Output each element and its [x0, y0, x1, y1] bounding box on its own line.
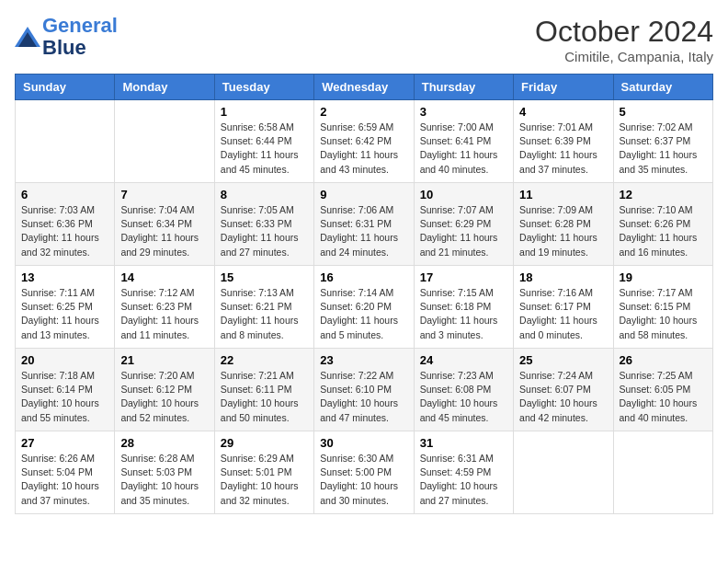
day-info: Sunrise: 7:25 AM Sunset: 6:05 PM Dayligh… — [620, 369, 707, 425]
day-info: Sunrise: 7:20 AM Sunset: 6:12 PM Dayligh… — [120, 369, 208, 425]
calendar-cell — [514, 431, 613, 514]
day-info: Sunrise: 6:28 AM Sunset: 5:03 PM Dayligh… — [120, 452, 208, 508]
calendar-cell: 6Sunrise: 7:03 AM Sunset: 6:36 PM Daylig… — [16, 183, 115, 266]
title-block: October 2024 Cimitile, Campania, Italy — [535, 15, 713, 64]
day-number: 29 — [221, 436, 308, 450]
weekday-header-row: SundayMondayTuesdayWednesdayThursdayFrid… — [16, 75, 713, 100]
day-info: Sunrise: 7:04 AM Sunset: 6:34 PM Dayligh… — [120, 203, 208, 259]
day-info: Sunrise: 6:58 AM Sunset: 6:44 PM Dayligh… — [221, 121, 308, 177]
calendar-cell: 24Sunrise: 7:23 AM Sunset: 6:08 PM Dayli… — [414, 349, 513, 431]
logo-text: GeneralBlue — [42, 15, 118, 59]
calendar-cell: 3Sunrise: 7:00 AM Sunset: 6:41 PM Daylig… — [414, 100, 513, 183]
day-number: 25 — [519, 353, 607, 367]
calendar-cell: 30Sunrise: 6:30 AM Sunset: 5:00 PM Dayli… — [314, 431, 414, 514]
day-number: 9 — [320, 188, 407, 201]
calendar-cell: 11Sunrise: 7:09 AM Sunset: 6:28 PM Dayli… — [514, 183, 613, 266]
day-info: Sunrise: 7:01 AM Sunset: 6:39 PM Dayligh… — [519, 121, 607, 177]
day-info: Sunrise: 7:13 AM Sunset: 6:21 PM Dayligh… — [221, 286, 308, 342]
calendar-cell: 2Sunrise: 6:59 AM Sunset: 6:42 PM Daylig… — [314, 100, 414, 183]
day-number: 11 — [519, 188, 607, 201]
day-info: Sunrise: 7:21 AM Sunset: 6:11 PM Dayligh… — [221, 369, 308, 425]
day-info: Sunrise: 7:02 AM Sunset: 6:37 PM Dayligh… — [620, 121, 707, 177]
month-title: October 2024 — [535, 15, 713, 49]
calendar-cell: 23Sunrise: 7:22 AM Sunset: 6:10 PM Dayli… — [314, 349, 414, 431]
day-number: 3 — [420, 105, 507, 119]
day-info: Sunrise: 6:29 AM Sunset: 5:01 PM Dayligh… — [221, 452, 308, 508]
weekday-header-wednesday: Wednesday — [314, 75, 414, 100]
calendar-cell: 28Sunrise: 6:28 AM Sunset: 5:03 PM Dayli… — [115, 431, 214, 514]
calendar-cell — [115, 100, 214, 183]
calendar-cell — [16, 100, 115, 183]
day-number: 31 — [420, 436, 507, 450]
calendar-cell: 15Sunrise: 7:13 AM Sunset: 6:21 PM Dayli… — [214, 266, 313, 349]
day-number: 15 — [221, 270, 308, 284]
day-number: 6 — [21, 188, 108, 201]
day-number: 23 — [320, 353, 407, 367]
calendar-cell: 1Sunrise: 6:58 AM Sunset: 6:44 PM Daylig… — [214, 100, 313, 183]
calendar-cell: 29Sunrise: 6:29 AM Sunset: 5:01 PM Dayli… — [214, 431, 313, 514]
calendar-cell: 19Sunrise: 7:17 AM Sunset: 6:15 PM Dayli… — [613, 266, 712, 349]
weekday-header-friday: Friday — [514, 75, 613, 100]
calendar-cell: 13Sunrise: 7:11 AM Sunset: 6:25 PM Dayli… — [16, 266, 115, 349]
day-info: Sunrise: 7:16 AM Sunset: 6:17 PM Dayligh… — [519, 286, 607, 342]
calendar-cell: 9Sunrise: 7:06 AM Sunset: 6:31 PM Daylig… — [314, 183, 414, 266]
calendar-cell: 21Sunrise: 7:20 AM Sunset: 6:12 PM Dayli… — [115, 349, 214, 431]
calendar-cell — [613, 431, 712, 514]
calendar-week-row: 27Sunrise: 6:26 AM Sunset: 5:04 PM Dayli… — [16, 431, 713, 514]
day-number: 8 — [221, 188, 308, 201]
weekday-header-thursday: Thursday — [414, 75, 513, 100]
calendar-cell: 10Sunrise: 7:07 AM Sunset: 6:29 PM Dayli… — [414, 183, 513, 266]
day-number: 2 — [320, 105, 407, 119]
calendar-cell: 26Sunrise: 7:25 AM Sunset: 6:05 PM Dayli… — [613, 349, 712, 431]
day-number: 27 — [21, 436, 108, 450]
day-info: Sunrise: 7:15 AM Sunset: 6:18 PM Dayligh… — [420, 286, 507, 342]
day-info: Sunrise: 7:22 AM Sunset: 6:10 PM Dayligh… — [320, 369, 407, 425]
day-info: Sunrise: 7:17 AM Sunset: 6:15 PM Dayligh… — [620, 286, 707, 342]
calendar-cell: 5Sunrise: 7:02 AM Sunset: 6:37 PM Daylig… — [613, 100, 712, 183]
calendar-cell: 25Sunrise: 7:24 AM Sunset: 6:07 PM Dayli… — [514, 349, 613, 431]
day-info: Sunrise: 6:59 AM Sunset: 6:42 PM Dayligh… — [320, 121, 407, 177]
day-info: Sunrise: 7:11 AM Sunset: 6:25 PM Dayligh… — [21, 286, 108, 342]
day-number: 16 — [320, 270, 407, 284]
day-number: 19 — [620, 270, 707, 284]
calendar-week-row: 6Sunrise: 7:03 AM Sunset: 6:36 PM Daylig… — [16, 183, 713, 266]
day-number: 22 — [221, 353, 308, 367]
day-info: Sunrise: 7:14 AM Sunset: 6:20 PM Dayligh… — [320, 286, 407, 342]
day-info: Sunrise: 6:30 AM Sunset: 5:00 PM Dayligh… — [320, 452, 407, 508]
day-info: Sunrise: 7:23 AM Sunset: 6:08 PM Dayligh… — [420, 369, 507, 425]
day-info: Sunrise: 7:06 AM Sunset: 6:31 PM Dayligh… — [320, 203, 407, 259]
day-number: 26 — [620, 353, 707, 367]
day-info: Sunrise: 7:12 AM Sunset: 6:23 PM Dayligh… — [120, 286, 208, 342]
calendar-cell: 16Sunrise: 7:14 AM Sunset: 6:20 PM Dayli… — [314, 266, 414, 349]
location: Cimitile, Campania, Italy — [535, 49, 713, 64]
day-info: Sunrise: 7:09 AM Sunset: 6:28 PM Dayligh… — [519, 203, 607, 259]
calendar-cell: 4Sunrise: 7:01 AM Sunset: 6:39 PM Daylig… — [514, 100, 613, 183]
day-info: Sunrise: 7:07 AM Sunset: 6:29 PM Dayligh… — [420, 203, 507, 259]
day-number: 18 — [519, 270, 607, 284]
day-number: 30 — [320, 436, 407, 450]
day-number: 13 — [21, 270, 108, 284]
calendar-week-row: 20Sunrise: 7:18 AM Sunset: 6:14 PM Dayli… — [16, 349, 713, 431]
calendar-week-row: 1Sunrise: 6:58 AM Sunset: 6:44 PM Daylig… — [16, 100, 713, 183]
calendar-cell: 18Sunrise: 7:16 AM Sunset: 6:17 PM Dayli… — [514, 266, 613, 349]
day-info: Sunrise: 7:00 AM Sunset: 6:41 PM Dayligh… — [420, 121, 507, 177]
day-info: Sunrise: 6:31 AM Sunset: 4:59 PM Dayligh… — [420, 452, 507, 508]
weekday-header-tuesday: Tuesday — [214, 75, 313, 100]
day-info: Sunrise: 7:03 AM Sunset: 6:36 PM Dayligh… — [21, 203, 108, 259]
calendar-week-row: 13Sunrise: 7:11 AM Sunset: 6:25 PM Dayli… — [16, 266, 713, 349]
day-number: 1 — [221, 105, 308, 119]
day-number: 4 — [519, 105, 607, 119]
day-number: 12 — [620, 188, 707, 201]
day-number: 10 — [420, 188, 507, 201]
calendar-cell: 31Sunrise: 6:31 AM Sunset: 4:59 PM Dayli… — [414, 431, 513, 514]
calendar-cell: 17Sunrise: 7:15 AM Sunset: 6:18 PM Dayli… — [414, 266, 513, 349]
day-info: Sunrise: 7:10 AM Sunset: 6:26 PM Dayligh… — [620, 203, 707, 259]
calendar-cell: 14Sunrise: 7:12 AM Sunset: 6:23 PM Dayli… — [115, 266, 214, 349]
day-info: Sunrise: 7:05 AM Sunset: 6:33 PM Dayligh… — [221, 203, 308, 259]
calendar-table: SundayMondayTuesdayWednesdayThursdayFrid… — [15, 74, 713, 514]
weekday-header-saturday: Saturday — [613, 75, 712, 100]
day-number: 7 — [120, 188, 208, 201]
day-number: 17 — [420, 270, 507, 284]
day-number: 14 — [120, 270, 208, 284]
logo: GeneralBlue — [15, 15, 118, 59]
